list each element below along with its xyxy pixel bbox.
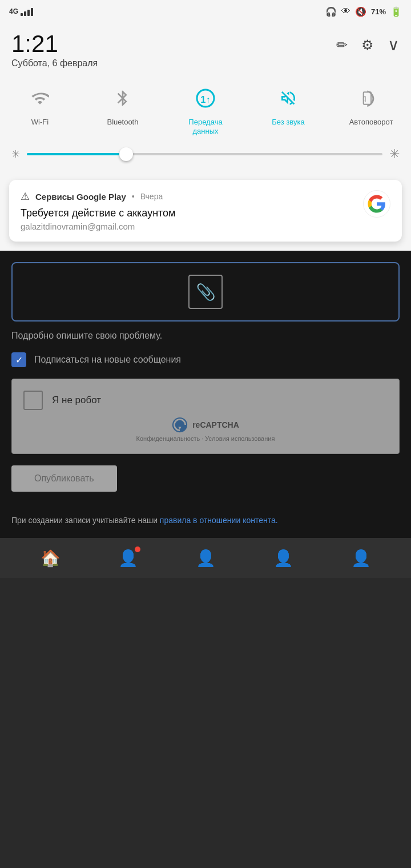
qs-time-block: 1:21 Суббота, 6 февраля: [11, 32, 98, 69]
nav-profile[interactable]: 👤: [351, 549, 371, 568]
brightness-min-icon: ✳: [11, 148, 20, 160]
notif-separator: •: [132, 192, 135, 201]
brightness-track[interactable]: [27, 153, 382, 155]
silent-label: Без звука: [272, 118, 304, 127]
data-icon: 1↑: [190, 82, 221, 114]
qs-header: 1:21 Суббота, 6 февраля ✏ ⚙ ∨: [11, 27, 400, 78]
nav-account2[interactable]: 👤: [273, 549, 293, 568]
network-label: 4G: [9, 7, 18, 15]
publish-button[interactable]: Опубликовать: [11, 465, 117, 492]
silent-icon: [272, 82, 304, 114]
brightness-max-icon: ✳: [389, 147, 400, 162]
qs-tiles: Wi-Fi Bluetooth 1↑ Передачаданных: [11, 82, 400, 135]
bottom-nav: 🏠 👤 👤 👤 👤: [0, 538, 411, 578]
captcha-branding: reCAPTCHA Конфиденциальность · Условия и…: [23, 417, 388, 442]
subscribe-row: ✓ Подписаться на новые сообщения: [11, 352, 400, 367]
edit-button[interactable]: ✏: [336, 37, 348, 53]
wifi-icon: [24, 82, 56, 114]
notif-header: ⚠ Сервисы Google Play • Вчера: [21, 190, 355, 203]
recaptcha-logo: [172, 417, 188, 433]
hint-text: Подробно опишите свою проблему.: [11, 331, 400, 341]
captcha-label: Я не робот: [52, 395, 101, 406]
brightness-thumb[interactable]: [119, 147, 133, 161]
data-tile[interactable]: 1↑ Передачаданных: [177, 82, 234, 135]
qs-time: 1:21: [11, 32, 98, 56]
notif-app-name: Сервисы Google Play: [35, 192, 126, 202]
nav-account[interactable]: 👤: [196, 549, 216, 568]
subscribe-label: Подписаться на новые сообщения: [34, 355, 181, 365]
notif-title: Требуется действие с аккаунтом: [21, 207, 355, 219]
eye-icon: 👁: [341, 6, 350, 17]
nav-person-add[interactable]: 👤: [118, 549, 138, 568]
notif-subtitle: galazitdinovramin@gmail.com: [21, 222, 355, 231]
subscribe-checkbox[interactable]: ✓: [11, 352, 26, 367]
settings-button[interactable]: ⚙: [361, 37, 374, 53]
signal-bars: [21, 7, 33, 16]
bluetooth-label: Bluetooth: [107, 118, 139, 127]
footer-link[interactable]: правила в отношении контента.: [160, 516, 278, 525]
autorotate-icon: [355, 82, 387, 114]
svg-text:1↑: 1↑: [200, 94, 210, 105]
notif-time: Вчера: [140, 192, 163, 201]
attachment-icon: 📎: [188, 275, 223, 309]
qs-actions: ✏ ⚙ ∨: [336, 32, 400, 54]
brightness-fill: [27, 153, 126, 155]
silent-tile[interactable]: Без звука: [260, 82, 317, 135]
recaptcha-text: reCAPTCHA: [192, 420, 239, 429]
notification-area: ⚠ Сервисы Google Play • Вчера Требуется …: [0, 173, 411, 251]
expand-button[interactable]: ∨: [388, 35, 400, 54]
bar3: [27, 10, 30, 16]
captcha-checkbox[interactable]: [23, 391, 43, 410]
brightness-row: ✳ ✳: [11, 144, 400, 164]
svg-rect-2: [364, 92, 371, 104]
wifi-tile[interactable]: Wi-Fi: [11, 82, 68, 135]
notification-card[interactable]: ⚠ Сервисы Google Play • Вчера Требуется …: [9, 180, 402, 242]
bg-content: 📎 Подробно опишите свою проблему. ✓ Подп…: [0, 251, 411, 538]
captcha-row: Я не робот: [23, 391, 388, 410]
publish-container: Опубликовать: [11, 465, 400, 503]
captcha-privacy: Конфиденциальность · Условия использован…: [136, 435, 275, 442]
qs-date: Суббота, 6 февраля: [11, 58, 98, 69]
footer-text-content: При создании записи учитывайте наши: [11, 516, 160, 525]
captcha-logo-row: reCAPTCHA: [172, 417, 239, 433]
bar2: [24, 11, 26, 16]
battery-icon: 🔋: [390, 6, 402, 17]
quick-settings-panel: 1:21 Суббота, 6 февраля ✏ ⚙ ∨ Wi-Fi: [0, 23, 411, 173]
bar1: [21, 13, 23, 16]
autorotate-tile[interactable]: Автоповорот: [342, 82, 400, 135]
google-icon: [363, 190, 390, 218]
wifi-label: Wi-Fi: [31, 118, 49, 127]
bar4: [31, 8, 33, 16]
attachment-box: 📎: [11, 262, 400, 322]
bluetooth-icon: [107, 82, 139, 114]
status-left: 4G: [9, 7, 33, 16]
headphone-icon: 🎧: [325, 6, 337, 17]
status-bar: 4G 🎧 👁 🔇 71% 🔋: [0, 0, 411, 23]
footer-text: При создании записи учитывайте наши прав…: [11, 515, 400, 527]
bluetooth-tile[interactable]: Bluetooth: [94, 82, 151, 135]
status-right: 🎧 👁 🔇 71% 🔋: [325, 6, 402, 17]
notif-content: ⚠ Сервисы Google Play • Вчера Требуется …: [21, 190, 355, 231]
autorotate-label: Автоповорот: [349, 118, 393, 127]
mute-icon: 🔇: [355, 6, 366, 17]
nav-badge: [135, 546, 140, 552]
captcha-box[interactable]: Я не робот reCAPTCHA Конфиденциальность …: [11, 379, 400, 454]
warning-icon: ⚠: [21, 190, 30, 203]
nav-home[interactable]: 🏠: [41, 549, 61, 568]
battery-percent: 71%: [371, 7, 386, 16]
data-label: Передачаданных: [188, 118, 222, 135]
